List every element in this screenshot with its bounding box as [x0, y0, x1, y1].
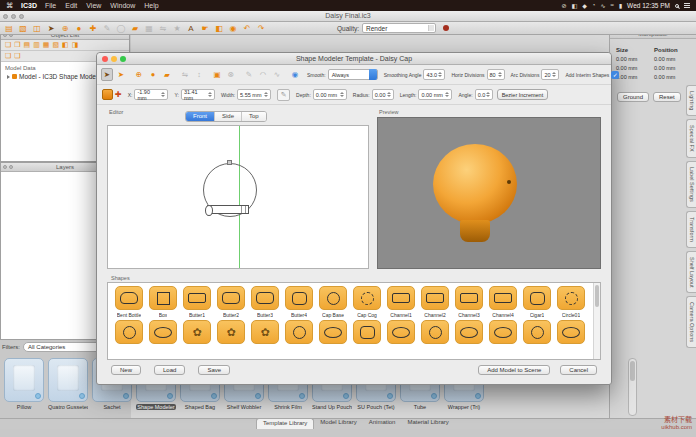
template-pillow[interactable]: Pillow [4, 358, 44, 410]
stepper-icon[interactable] [444, 92, 449, 97]
pen-icon[interactable]: ✎ [101, 23, 113, 34]
bluetooth-icon[interactable]: ∿ [600, 2, 605, 9]
time-machine-icon[interactable]: ◔ [592, 2, 596, 9]
stepper-icon[interactable] [497, 72, 502, 77]
star-icon[interactable]: ★ [171, 23, 183, 34]
hand-icon[interactable]: ☛ [199, 23, 211, 34]
shape-item[interactable] [180, 320, 214, 346]
fill-swatch-icon[interactable]: ▣ [211, 68, 223, 81]
shape-item[interactable] [452, 320, 486, 346]
view-tab[interactable]: Side [215, 112, 242, 121]
palette-folder2-icon[interactable]: ❐ [14, 41, 20, 49]
mirror-icon[interactable]: ⇋ [157, 23, 169, 34]
select-cursor-icon[interactable]: ➤ [45, 23, 57, 34]
stepper-icon[interactable] [485, 92, 490, 97]
smoothing-angle-field[interactable]: 43.0 [423, 69, 445, 80]
pen-tool-icon[interactable]: ✎ [243, 68, 255, 81]
undo-icon[interactable]: ↶ [241, 23, 253, 34]
palette-folder-icon[interactable]: ❏ [5, 41, 11, 49]
shape-channel1[interactable]: Channel1 [384, 286, 418, 318]
link-icon[interactable]: ▦ [143, 23, 155, 34]
battery-icon[interactable]: ▮ [619, 2, 622, 9]
smooth-point-icon[interactable]: ◉ [289, 68, 301, 81]
arc-divisions-field[interactable]: 20 [541, 69, 559, 80]
shape-item[interactable] [214, 320, 248, 346]
menu-clock[interactable]: Wed 12:35 PM [627, 2, 670, 9]
shapes-scrollbar[interactable] [593, 283, 600, 359]
flip-horizontal-icon[interactable]: ⇋ [179, 68, 191, 81]
color-swatch-icon[interactable] [102, 89, 113, 100]
minimize-window-icon[interactable] [11, 14, 16, 19]
side-tab[interactable]: Shelf Layout [686, 251, 696, 294]
palette-tool-icon-4[interactable]: ▧ [52, 41, 59, 49]
boolean-icon[interactable]: ▰ [129, 23, 141, 34]
orbit-icon[interactable]: ● [73, 23, 85, 34]
ellipse-icon[interactable]: ◯ [115, 23, 127, 34]
direct-select-tool-icon[interactable]: ➤ [115, 68, 127, 81]
stepper-icon[interactable] [160, 92, 165, 97]
shape-item[interactable] [316, 320, 350, 346]
shape-item[interactable] [554, 320, 588, 346]
palette-tool-icon-1[interactable]: ▤ [24, 41, 31, 49]
dialog-minimize-icon[interactable] [111, 56, 117, 62]
bezier-increment-button[interactable]: Bezier Increment [497, 89, 549, 100]
y-field[interactable]: 31.41 mm [181, 89, 215, 100]
dialog-close-icon[interactable] [102, 56, 108, 62]
disclosure-triangle-icon[interactable] [7, 75, 10, 79]
palette-tool-icon-5[interactable]: ◧ [62, 41, 69, 49]
shape-circle01[interactable]: Circle01 [554, 286, 588, 318]
load-button[interactable]: Load [154, 365, 185, 375]
menu-item[interactable]: Window [110, 2, 135, 9]
dialog-titlebar[interactable]: Shape Modeler Template - Daisy Cap [97, 53, 611, 65]
shape-item[interactable] [520, 320, 554, 346]
apple-menu-icon[interactable]: ⌘ [6, 2, 13, 10]
shape-item[interactable] [112, 320, 146, 346]
group-folder-icon[interactable]: ❏ [5, 52, 11, 60]
dialog-zoom-icon[interactable] [120, 56, 126, 62]
stepper-icon[interactable] [263, 92, 268, 97]
camera-icon[interactable]: ◉ [227, 23, 239, 34]
stepper-icon[interactable] [437, 72, 442, 77]
zoom-window-icon[interactable] [19, 14, 24, 19]
stepper-icon[interactable] [207, 92, 212, 97]
depth-field[interactable]: 0.00 mm [313, 89, 347, 100]
stepper-icon[interactable] [551, 72, 556, 77]
preview-canvas[interactable] [377, 117, 601, 269]
side-tab[interactable]: Camera Options [686, 296, 696, 348]
palette-tool-icon-2[interactable]: ▥ [33, 41, 40, 49]
palette-collapse-icon[interactable] [9, 165, 13, 169]
shape-butter1[interactable]: Butter1 [180, 286, 214, 318]
palette-close-icon[interactable] [3, 165, 7, 169]
length-field[interactable]: 0.00 mm [418, 89, 452, 100]
cube-icon[interactable]: ◧ [213, 23, 225, 34]
shape-bent-bottle[interactable]: Bent Bottle [112, 286, 146, 318]
shape-channel2[interactable]: Channel2 [418, 286, 452, 318]
shape-butter4[interactable]: Butter4 [282, 286, 316, 318]
add-interim-shapes-checkbox[interactable]: ✓ [611, 71, 619, 79]
tab-model-library[interactable]: Model Library [314, 418, 362, 429]
wifi-icon[interactable]: ≈ [611, 2, 614, 9]
stepper-icon[interactable] [339, 92, 344, 97]
menu-item[interactable]: Help [144, 2, 158, 9]
quality-select[interactable]: Render [362, 23, 436, 33]
tab-material-library[interactable]: Material Library [401, 418, 454, 429]
notification-center-icon[interactable] [684, 3, 690, 8]
point-tool-icon[interactable]: ● [147, 68, 159, 81]
move-tool-icon[interactable]: ✚ [115, 90, 122, 99]
arc-tool-icon[interactable]: ◠ [257, 68, 269, 81]
shape-item[interactable] [384, 320, 418, 346]
shape-channel4[interactable]: Channel4 [486, 286, 520, 318]
stepper-icon[interactable] [386, 92, 391, 97]
shape-item[interactable] [146, 320, 180, 346]
palette-tool-icon-3[interactable]: ▦ [43, 41, 50, 49]
group-folder2-icon[interactable]: ❏ [14, 52, 20, 60]
x-field[interactable]: -1.90 mm [134, 89, 168, 100]
control-point[interactable] [227, 160, 232, 165]
spotlight-icon[interactable] [675, 4, 679, 8]
reset-button[interactable]: Reset [653, 92, 681, 102]
curve-tool-icon[interactable]: ∿ [271, 68, 283, 81]
side-tab[interactable]: Transform [686, 211, 696, 248]
side-tab[interactable]: Lighting [686, 85, 696, 116]
menu-item[interactable]: View [86, 2, 101, 9]
view-tab[interactable]: Top [242, 112, 266, 121]
